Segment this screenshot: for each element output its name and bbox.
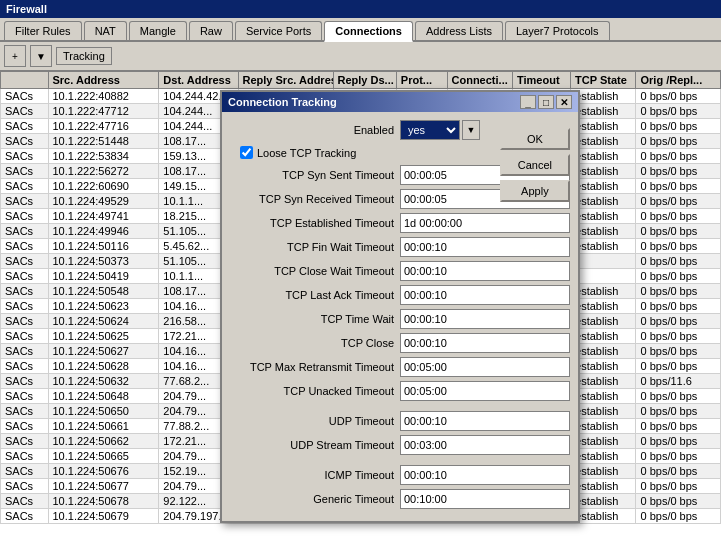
generic-timeout-row: Generic Timeout (230, 489, 570, 509)
dialog-close-btn[interactable]: ✕ (556, 95, 572, 109)
tcp-time-wait-input[interactable] (400, 309, 570, 329)
tcp-max-retransmit-input[interactable] (400, 357, 570, 377)
tcp-unacked-input[interactable] (400, 381, 570, 401)
tcp-established-row: TCP Established Timeout (230, 213, 570, 233)
enabled-select-wrap: yes no ▼ (400, 120, 480, 140)
dialog-overlay: Connection Tracking _ □ ✕ Enabled yes no… (0, 0, 721, 558)
dialog-title-text: Connection Tracking (228, 96, 337, 108)
udp-stream-label: UDP Stream Timeout (230, 439, 400, 451)
tcp-syn-received-label: TCP Syn Received Timeout (230, 193, 400, 205)
ok-button[interactable]: OK (500, 128, 570, 150)
udp-timeout-row: UDP Timeout (230, 411, 570, 431)
tcp-close-wait-label: TCP Close Wait Timeout (230, 265, 400, 277)
apply-button[interactable]: Apply (500, 180, 570, 202)
dialog-maximize-btn[interactable]: □ (538, 95, 554, 109)
tcp-last-ack-row: TCP Last Ack Timeout (230, 285, 570, 305)
icmp-timeout-input[interactable] (400, 465, 570, 485)
tcp-established-input[interactable] (400, 213, 570, 233)
tcp-fin-wait-row: TCP Fin Wait Timeout (230, 237, 570, 257)
dialog-title-bar: Connection Tracking _ □ ✕ (222, 92, 578, 112)
tcp-unacked-row: TCP Unacked Timeout (230, 381, 570, 401)
tcp-close-wait-row: TCP Close Wait Timeout (230, 261, 570, 281)
tcp-fin-wait-input[interactable] (400, 237, 570, 257)
enabled-label: Enabled (230, 124, 400, 136)
loose-tcp-checkbox[interactable] (240, 146, 253, 159)
enabled-row: Enabled yes no ▼ OK Cancel Apply (230, 120, 570, 140)
tcp-max-retransmit-label: TCP Max Retransmit Timeout (230, 361, 400, 373)
udp-timeout-input[interactable] (400, 411, 570, 431)
udp-timeout-label: UDP Timeout (230, 415, 400, 427)
udp-stream-input[interactable] (400, 435, 570, 455)
tcp-fin-wait-label: TCP Fin Wait Timeout (230, 241, 400, 253)
cancel-button[interactable]: Cancel (500, 154, 570, 176)
enabled-dropdown-btn[interactable]: ▼ (462, 120, 480, 140)
tcp-time-wait-label: TCP Time Wait (230, 313, 400, 325)
tcp-last-ack-label: TCP Last Ack Timeout (230, 289, 400, 301)
enabled-select[interactable]: yes no (400, 120, 460, 140)
dialog-action-buttons: OK Cancel Apply (500, 128, 570, 202)
tcp-time-wait-row: TCP Time Wait (230, 309, 570, 329)
generic-timeout-label: Generic Timeout (230, 493, 400, 505)
dialog-body: Enabled yes no ▼ OK Cancel Apply (222, 112, 578, 521)
tcp-close-input[interactable] (400, 333, 570, 353)
loose-tcp-label: Loose TCP Tracking (257, 147, 356, 159)
icmp-timeout-row: ICMP Timeout (230, 465, 570, 485)
tcp-close-label: TCP Close (230, 337, 400, 349)
tcp-established-label: TCP Established Timeout (230, 217, 400, 229)
dialog-minimize-btn[interactable]: _ (520, 95, 536, 109)
tcp-close-wait-input[interactable] (400, 261, 570, 281)
tcp-unacked-label: TCP Unacked Timeout (230, 385, 400, 397)
generic-timeout-input[interactable] (400, 489, 570, 509)
icmp-timeout-label: ICMP Timeout (230, 469, 400, 481)
tcp-last-ack-input[interactable] (400, 285, 570, 305)
connection-tracking-dialog: Connection Tracking _ □ ✕ Enabled yes no… (220, 90, 580, 523)
tcp-max-retransmit-row: TCP Max Retransmit Timeout (230, 357, 570, 377)
tcp-syn-sent-label: TCP Syn Sent Timeout (230, 169, 400, 181)
tcp-close-row: TCP Close (230, 333, 570, 353)
udp-stream-row: UDP Stream Timeout (230, 435, 570, 455)
